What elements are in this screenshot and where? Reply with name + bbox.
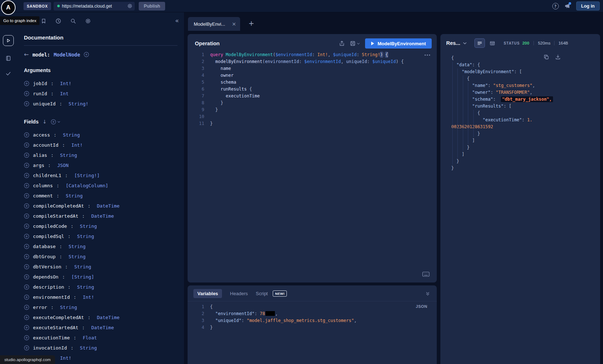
add-to-query-icon[interactable] — [24, 81, 29, 86]
doc-field-row[interactable]: runId: Int — [24, 88, 177, 99]
add-to-query-icon[interactable] — [24, 223, 29, 229]
add-to-query-icon[interactable] — [24, 254, 29, 259]
search-icon[interactable] — [70, 18, 76, 24]
field-type[interactable]: JSON — [57, 163, 68, 168]
add-to-query-icon[interactable] — [24, 345, 29, 351]
doc-field-row[interactable]: executionTime: Float — [24, 332, 177, 343]
field-type[interactable]: String! — [68, 101, 88, 106]
field-type[interactable]: Int! — [83, 294, 94, 300]
doc-field-row[interactable]: jobId: Int! — [24, 78, 177, 88]
doc-field-row[interactable]: executeStartedAt: DateTime — [24, 322, 177, 332]
field-type[interactable]: String — [60, 305, 77, 310]
field-type[interactable]: [String] — [71, 274, 94, 280]
add-to-query-icon[interactable] — [24, 142, 29, 148]
operation-editor[interactable]: 1query ModelByEnvironment($environmentId… — [188, 51, 435, 127]
field-type[interactable]: Float — [83, 335, 97, 340]
response-json[interactable]: { "data": { "modelByEnvironment": [ { "n… — [440, 54, 600, 364]
add-to-query-icon[interactable] — [24, 244, 29, 249]
history-icon[interactable] — [55, 18, 61, 24]
field-type[interactable]: Int — [60, 91, 68, 96]
doc-field-row[interactable]: columns: [CatalogColumn] — [24, 180, 177, 191]
doc-field-row[interactable]: invocationId: String — [24, 343, 177, 353]
doc-field-row[interactable]: accountId: Int! — [24, 140, 177, 150]
saved-operations-icon[interactable] — [41, 18, 46, 24]
add-to-query-icon[interactable] — [24, 213, 29, 219]
field-type[interactable]: String — [63, 132, 80, 138]
doc-field-row[interactable]: environmentId: Int! — [24, 292, 177, 302]
doc-field-row[interactable]: database: String — [24, 241, 177, 251]
field-type[interactable]: Int! — [71, 142, 83, 148]
add-type-icon[interactable] — [84, 52, 89, 57]
login-button[interactable]: Log in — [576, 1, 600, 11]
doc-field-row[interactable]: error: String — [24, 302, 177, 312]
tab-variables[interactable]: Variables — [193, 289, 222, 298]
breadcrumb-type[interactable]: ModelNode — [54, 52, 80, 58]
tab-headers[interactable]: Headers — [230, 291, 248, 296]
run-operation-button[interactable]: ModelByEnvironment — [365, 38, 432, 49]
share-icon[interactable] — [339, 41, 345, 46]
endpoint-url-input[interactable]: https://metadata.cloud.get — [54, 2, 135, 11]
tab-script[interactable]: Script — [256, 291, 268, 296]
view-json-icon[interactable] — [475, 39, 485, 47]
doc-field-row[interactable]: compiledSql: String — [24, 231, 177, 241]
doc-field-row[interactable]: uniqueId: String! — [24, 99, 177, 109]
field-type[interactable]: DateTime — [97, 315, 120, 320]
field-type[interactable]: String — [60, 152, 77, 158]
operation-tab[interactable]: ModelByEnvi... × — [188, 17, 240, 31]
add-to-query-icon[interactable] — [24, 152, 29, 158]
doc-field-row[interactable]: access: String — [24, 130, 177, 140]
doc-field-row[interactable]: childrenL1: [String!] — [24, 170, 177, 180]
doc-field-row[interactable]: compileCompletedAt: DateTime — [24, 201, 177, 211]
publish-button[interactable]: Publish — [139, 2, 165, 11]
response-title-dropdown[interactable]: Res... — [446, 40, 467, 46]
add-to-query-icon[interactable] — [24, 91, 29, 96]
field-type[interactable]: DateTime — [91, 325, 114, 330]
apollo-logo[interactable]: A — [1, 0, 16, 15]
field-type[interactable]: String — [80, 345, 97, 351]
collapse-panel-icon[interactable]: « — [175, 17, 179, 24]
doc-field-row[interactable]: dbtVersion: String — [24, 262, 177, 272]
field-type[interactable]: String — [74, 264, 91, 269]
add-to-query-icon[interactable] — [24, 264, 29, 269]
field-type[interactable]: DateTime — [91, 213, 114, 219]
sort-icon[interactable]: ↓ — [42, 119, 47, 125]
add-to-query-icon[interactable] — [24, 274, 29, 280]
field-type[interactable]: Int! — [60, 81, 71, 86]
help-icon[interactable]: ? — [552, 3, 559, 9]
field-type[interactable]: String — [68, 244, 85, 249]
field-type[interactable]: Int! — [60, 355, 71, 361]
add-to-query-icon[interactable] — [24, 203, 29, 209]
back-icon[interactable]: ← — [24, 51, 29, 58]
add-to-query-icon[interactable] — [24, 193, 29, 198]
doc-field-row[interactable]: dependsOn: [String] — [24, 272, 177, 282]
new-tab-icon[interactable]: + — [248, 19, 254, 27]
add-to-query-icon[interactable] — [24, 132, 29, 138]
field-type[interactable]: String — [68, 254, 85, 259]
add-to-query-icon[interactable] — [24, 294, 29, 300]
add-to-query-icon[interactable] — [24, 284, 29, 290]
explorer-nav-button[interactable] — [3, 35, 14, 46]
add-to-query-icon[interactable] — [24, 101, 29, 106]
doc-field-row[interactable]: comment: String — [24, 191, 177, 201]
checks-nav-button[interactable] — [5, 71, 11, 76]
field-type[interactable]: String — [77, 234, 94, 239]
connection-settings-icon[interactable] — [127, 3, 133, 9]
field-type[interactable]: [String!] — [74, 173, 100, 178]
field-type[interactable]: [CatalogColumn] — [66, 183, 108, 188]
collapse-bottom-panel-icon[interactable] — [425, 291, 430, 296]
add-to-query-icon[interactable] — [24, 183, 29, 188]
add-to-query-icon[interactable] — [24, 173, 29, 178]
add-to-query-icon[interactable] — [24, 315, 29, 320]
add-to-query-icon[interactable] — [24, 163, 29, 168]
variables-editor[interactable]: 1{2 "environmentId": 78,3 "uniqueId": "m… — [188, 304, 435, 331]
keyboard-shortcuts-icon[interactable] — [422, 272, 430, 277]
doc-field-row[interactable]: compileStartedAt: DateTime — [24, 211, 177, 221]
field-type[interactable]: String — [77, 284, 94, 290]
field-type[interactable]: String — [66, 193, 83, 198]
add-to-query-icon[interactable] — [24, 325, 29, 330]
add-all-fields-icon[interactable] — [51, 119, 60, 125]
announcements-icon[interactable] — [565, 3, 570, 9]
doc-field-row[interactable]: dbtGroup: String — [24, 251, 177, 262]
add-to-query-icon[interactable] — [24, 335, 29, 340]
doc-field-row[interactable]: compiledCode: String — [24, 221, 177, 231]
